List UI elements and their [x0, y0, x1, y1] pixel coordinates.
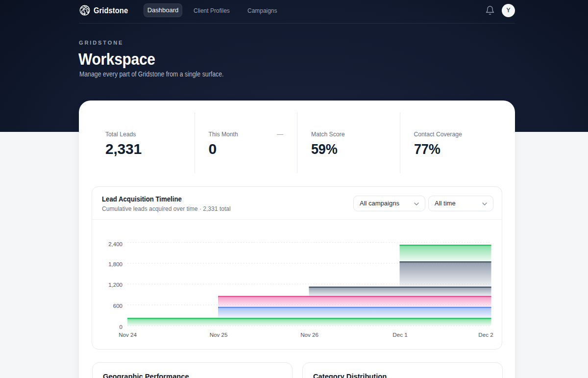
svg-text:1,200: 1,200 [108, 282, 122, 288]
svg-text:Dec 1: Dec 1 [392, 331, 407, 338]
svg-text:Dec 2: Dec 2 [478, 331, 493, 338]
svg-text:0: 0 [120, 324, 122, 330]
svg-text:2,400: 2,400 [108, 241, 122, 247]
svg-text:Nov 26: Nov 26 [300, 331, 318, 338]
svg-text:Nov 25: Nov 25 [210, 331, 228, 338]
svg-text:1,800: 1,800 [108, 261, 122, 267]
svg-text:600: 600 [113, 303, 122, 309]
svg-text:Nov 24: Nov 24 [119, 331, 137, 338]
